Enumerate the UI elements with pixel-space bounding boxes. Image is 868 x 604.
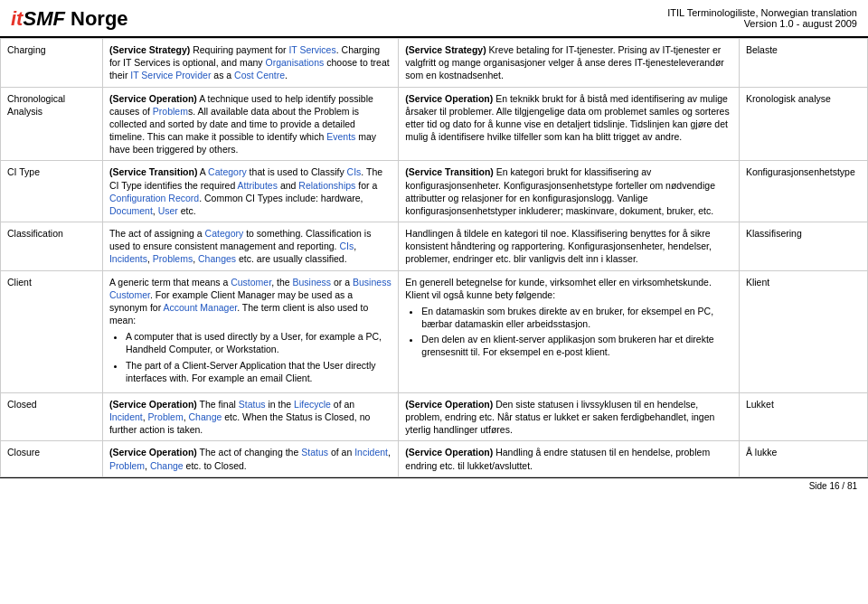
en-cell: (Service Operation) A technique used to … [102, 87, 398, 161]
link[interactable]: Events [326, 131, 355, 142]
cell-text: The act of assigning a Category to somet… [109, 228, 372, 264]
no-term-cell: Klassifisering [739, 222, 867, 271]
no-term-cell: Å lukke [739, 441, 867, 477]
no-cell: (Service Transition) En kategori brukt f… [399, 161, 740, 222]
term-cell: CI Type [1, 161, 103, 222]
service-type-bold: (Service Operation) [109, 93, 197, 104]
link[interactable]: Problems [153, 253, 193, 264]
link[interactable]: Problem [153, 106, 188, 117]
link[interactable]: Status [301, 447, 328, 458]
service-type-bold: (Service Strategy) [109, 44, 190, 55]
logo-smf: SMF [23, 7, 64, 30]
service-type-bold: (Service Operation) [405, 399, 493, 410]
no-term-cell: Belaste [739, 39, 867, 88]
page-number: Side 16 / 81 [809, 481, 857, 491]
no-cell: (Service Operation) Handling å endre sta… [399, 441, 740, 477]
extra-text: Klient vil også kunne bety følgende: [405, 289, 555, 300]
link[interactable]: IT Services [288, 44, 335, 55]
service-type-bold: (Service Operation) [109, 399, 197, 410]
no-cell: En generell betegnelse for kunde, virkso… [399, 270, 740, 392]
service-type-bold: (Service Transition) [109, 166, 197, 177]
term-cell: Charging [1, 39, 103, 88]
no-term-cell: Lukket [739, 392, 867, 441]
link[interactable]: CIs [339, 241, 354, 251]
no-term-cell: Klient [739, 270, 867, 392]
no-cell: (Service Strategy) Kreve betaling for IT… [399, 39, 740, 88]
no-cell: (Service Operation) Den siste statusen i… [399, 392, 740, 441]
term-cell: Client [1, 270, 103, 392]
link[interactable]: Change [150, 460, 184, 471]
link[interactable]: Change [189, 411, 222, 422]
link[interactable]: Attributes [238, 180, 278, 191]
service-type-bold: (Service Strategy) [405, 44, 486, 55]
en-cell: (Service Strategy) Requiring payment for… [102, 39, 398, 88]
link[interactable]: Account Manager [163, 302, 237, 313]
service-type-bold: (Service Operation) [405, 447, 493, 458]
term-cell: Chronological Analysis [1, 87, 103, 161]
page-header: itSMF Norge ITIL Terminologiliste, Norwe… [0, 0, 868, 38]
list-item: The part of a Client-Server Application … [126, 359, 392, 384]
en-cell: A generic term that means a Customer, th… [102, 270, 398, 392]
link[interactable]: IT Service Provider [130, 70, 211, 80]
no-term-cell: Konfigurasjonsenhetstype [739, 161, 867, 222]
term-cell: Classification [1, 222, 103, 271]
logo-it: it [11, 7, 23, 30]
en-cell: (Service Transition) A Category that is … [102, 161, 398, 222]
en-cell: The act of assigning a Category to somet… [102, 222, 398, 271]
link[interactable]: Incident [354, 447, 388, 458]
logo-norge: Norge [65, 7, 128, 30]
link[interactable]: Business [292, 277, 331, 288]
table-row: Closure(Service Operation) The act of ch… [1, 441, 868, 477]
en-cell: (Service Operation) The act of changing … [102, 441, 398, 477]
link[interactable]: Document [109, 205, 153, 216]
bullet-list: A computer that is used directly by a Us… [126, 330, 392, 384]
service-type-bold: (Service Transition) [405, 166, 493, 177]
link[interactable]: Customer [231, 277, 271, 288]
page-footer: Side 16 / 81 [0, 477, 868, 494]
list-item: Den delen av en klient-server applikasjo… [421, 333, 732, 358]
link[interactable]: Incidents [109, 253, 147, 264]
link[interactable]: Cost Centre [234, 70, 285, 80]
list-item: A computer that is used directly by a Us… [126, 330, 392, 355]
table-row: CI Type(Service Transition) A Category t… [1, 161, 868, 222]
en-cell: (Service Operation) The final Status in … [102, 392, 398, 441]
link[interactable]: CIs [347, 166, 362, 177]
link[interactable]: Lifecycle [294, 399, 331, 410]
service-type-bold: (Service Operation) [109, 447, 197, 458]
cell-text: A generic term that means a Customer, th… [109, 277, 392, 326]
link[interactable]: Status [239, 399, 266, 410]
table-row: Charging(Service Strategy) Requiring pay… [1, 39, 868, 88]
cell-text: En generell betegnelse for kunde, virkso… [405, 277, 712, 288]
link[interactable]: User [158, 205, 178, 216]
main-table: Charging(Service Strategy) Requiring pay… [0, 38, 868, 477]
link[interactable]: Problem [148, 411, 184, 422]
cell-text: Handlingen å tildele en kategori til noe… [405, 228, 712, 264]
list-item: En datamaskin som brukes direkte av en b… [421, 305, 732, 330]
logo: itSMF Norge [11, 7, 128, 31]
no-cell: Handlingen å tildele en kategori til noe… [399, 222, 740, 271]
link[interactable]: Problem [109, 460, 145, 471]
header-title: ITIL Terminologiliste, Norwegian transla… [667, 7, 857, 29]
link[interactable]: Relationships [298, 180, 355, 191]
no-bullet-list: En datamaskin som brukes direkte av en b… [421, 305, 732, 359]
link[interactable]: Category [205, 228, 244, 239]
link[interactable]: Configuration Record [109, 193, 199, 203]
table-row: ClientA generic term that means a Custom… [1, 270, 868, 392]
link[interactable]: Incident [109, 411, 143, 422]
table-row: ClassificationThe act of assigning a Cat… [1, 222, 868, 271]
no-cell: (Service Operation) En teknikk brukt for… [399, 87, 740, 161]
table-row: Closed(Service Operation) The final Stat… [1, 392, 868, 441]
link[interactable]: Category [208, 166, 247, 177]
link[interactable]: Changes [198, 253, 236, 264]
link[interactable]: Organisations [266, 57, 325, 68]
service-type-bold: (Service Operation) [405, 93, 493, 104]
term-cell: Closure [1, 441, 103, 477]
term-cell: Closed [1, 392, 103, 441]
table-row: Chronological Analysis(Service Operation… [1, 87, 868, 161]
no-term-cell: Kronologisk analyse [739, 87, 867, 161]
